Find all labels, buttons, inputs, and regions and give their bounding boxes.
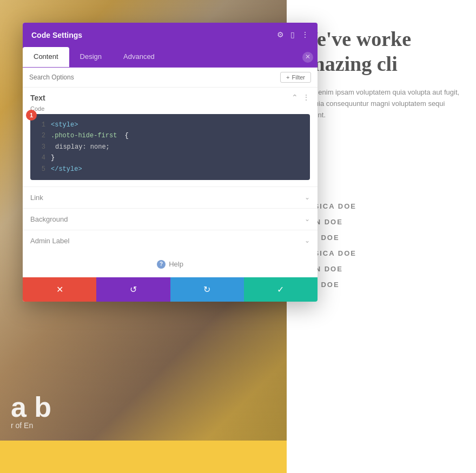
code-line-4: 4 } <box>37 152 303 163</box>
settings-icon[interactable]: ⚙ <box>277 30 284 39</box>
image-text-large: a b <box>11 393 51 421</box>
search-bar: + Filter <box>23 68 318 88</box>
filter-button[interactable]: + Filter <box>280 72 311 83</box>
code-content: 1 <style> 2 .photo-hide-first { 3 displa… <box>37 119 303 175</box>
columns-icon[interactable]: ▯ <box>290 30 295 39</box>
modal-header: Code Settings ⚙ ▯ ⋮ <box>23 23 318 47</box>
link-section[interactable]: Link ⌄ <box>23 186 318 208</box>
code-settings-modal: Code Settings ⚙ ▯ ⋮ Content Design Advan… <box>23 23 318 302</box>
modal-title: Code Settings <box>31 31 82 39</box>
code-line-3: 3 display: none; <box>37 142 303 152</box>
list-item: TINA DOE <box>298 234 462 242</box>
text-section-header: Text ⌃ ⋮ <box>23 88 318 105</box>
help-label: Help <box>169 260 183 268</box>
filter-label: Filter <box>292 74 305 81</box>
code-label: Code <box>30 105 310 112</box>
filter-icon: + <box>286 74 289 81</box>
help-section[interactable]: ? Help <box>23 251 318 277</box>
list-item: JOHN DOE <box>298 265 462 273</box>
list-item: TINA DOE <box>298 281 462 289</box>
code-line-5: 5 </style> <box>37 164 303 175</box>
redo-icon: ↻ <box>203 284 210 295</box>
undo-button[interactable]: ↺ <box>96 277 170 302</box>
code-line-1: 1 <style> <box>37 119 303 130</box>
modal-body: Text ⌃ ⋮ Code 1 1 <style> 2 .photo-hide-… <box>23 88 318 277</box>
list-item: JESSICA DOE <box>298 202 462 210</box>
tab-bar: Content Design Advanced ✕ <box>23 47 318 68</box>
code-editor[interactable]: 1 1 <style> 2 .photo-hide-first { 3 disp… <box>30 114 310 180</box>
tab-advanced[interactable]: Advanced <box>113 47 166 67</box>
list-item: JOHN DOE <box>298 218 462 226</box>
list-item: JESSICA DOE <box>298 249 462 257</box>
section-menu-icon[interactable]: ⋮ <box>302 93 310 102</box>
admin-label-text: Admin Label <box>30 237 69 245</box>
line-number-badge: 1 <box>26 110 37 121</box>
redo-button[interactable]: ↻ <box>170 277 244 302</box>
bottom-toolbar: ✕ ↺ ↻ ✓ <box>23 277 318 302</box>
background-chevron-icon: ⌄ <box>305 215 310 223</box>
search-input[interactable] <box>29 74 276 81</box>
image-text-area: a b r of En <box>11 393 51 430</box>
link-chevron-icon: ⌄ <box>305 194 310 202</box>
background-label: Background <box>30 215 68 223</box>
tab-design[interactable]: Design <box>69 47 113 67</box>
link-label: Link <box>30 194 43 202</box>
admin-label-section[interactable]: Admin Label ⌄ <box>23 230 318 251</box>
admin-label-chevron-icon: ⌄ <box>305 237 310 245</box>
save-button[interactable]: ✓ <box>244 277 318 302</box>
cancel-icon: ✕ <box>56 284 63 295</box>
right-body-text: Nemo enim ipsam voluptatem quia volupta … <box>298 87 462 121</box>
help-icon: ? <box>157 260 166 269</box>
more-options-icon[interactable]: ⋮ <box>301 30 309 39</box>
section-title: Text <box>30 94 45 102</box>
cancel-button[interactable]: ✕ <box>23 277 96 302</box>
code-line-2: 2 .photo-hide-first { <box>37 130 303 141</box>
tab-content[interactable]: Content <box>23 47 69 67</box>
undo-icon: ↺ <box>130 284 137 295</box>
name-list: JESSICA DOE JOHN DOE TINA DOE JESSICA DO… <box>298 202 462 289</box>
code-block-wrapper: Code 1 1 <style> 2 .photo-hide-first { 3 <box>23 105 318 186</box>
background-section[interactable]: Background ⌄ <box>23 208 318 230</box>
tab-close-button[interactable]: ✕ <box>302 52 313 63</box>
modal-header-icons: ⚙ ▯ ⋮ <box>277 30 309 39</box>
section-controls: ⌃ ⋮ <box>292 93 310 102</box>
collapse-icon[interactable]: ⌃ <box>292 93 298 102</box>
save-icon: ✓ <box>277 284 284 295</box>
yellow-bar <box>0 441 287 473</box>
right-heading: We've worke amazing cli <box>298 27 462 76</box>
